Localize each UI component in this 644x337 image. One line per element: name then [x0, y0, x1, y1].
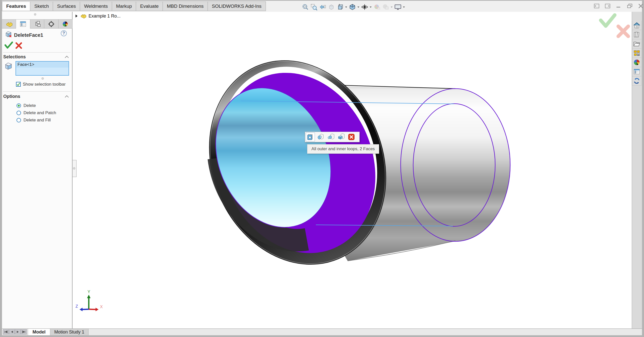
solidworks-resources-icon[interactable] — [632, 76, 641, 86]
panel-splitter-tab[interactable] — [73, 160, 77, 177]
previous-view-icon[interactable] — [319, 3, 327, 11]
part-document-icon — [80, 13, 87, 19]
collapse-pane-right-icon[interactable] — [604, 3, 611, 9]
display-style-dropdown-caret[interactable] — [357, 6, 360, 8]
last-sheet-button[interactable] — [21, 329, 27, 334]
restore-button[interactable] — [626, 3, 633, 9]
reference-triad: Y X Z — [75, 290, 105, 315]
solidworks-window: Features Sketch Surfaces Weldments Marku… — [0, 0, 644, 337]
motion-study-tab[interactable]: Motion Study 1 — [50, 329, 89, 335]
view-palette-icon[interactable] — [632, 49, 641, 58]
window-controls — [593, 3, 644, 9]
confirm-ok-icon[interactable] — [601, 15, 615, 26]
all-outer-and-inner-loops-button[interactable] — [306, 132, 315, 141]
minimize-button[interactable] — [615, 3, 622, 9]
face-selection-listbox[interactable]: Face<1> — [16, 61, 69, 76]
x-axis-arrow — [96, 308, 99, 311]
options-group-header[interactable]: Options — [3, 94, 20, 99]
z-axis-label: Z — [76, 304, 78, 308]
collapse-chevron-icon[interactable] — [65, 55, 69, 58]
confirm-cancel-icon[interactable] — [618, 26, 628, 36]
show-selection-toolbar-label: Show selection toolbar — [23, 82, 66, 87]
tab-sketch[interactable]: Sketch — [30, 2, 53, 11]
collapse-pane-left-icon[interactable] — [593, 3, 600, 9]
feature-title: DeleteFace1 — [14, 32, 43, 38]
cancel-button[interactable] — [15, 42, 23, 49]
home-icon[interactable] — [632, 21, 641, 30]
model-tab[interactable]: Model — [28, 329, 50, 335]
section-view-icon[interactable] — [327, 3, 335, 11]
configuration-manager-icon — [34, 21, 41, 27]
featuremanager-tree-tab[interactable] — [2, 20, 16, 29]
file-explorer-icon[interactable] — [632, 39, 641, 49]
design-library-icon[interactable] — [632, 30, 641, 39]
tab-evaluate[interactable]: Evaluate — [136, 2, 163, 11]
listbox-resize-handle[interactable] — [42, 77, 44, 80]
radio-delete-and-patch[interactable] — [17, 111, 21, 115]
cancel-selection-button[interactable] — [347, 132, 356, 141]
view-orientation-dropdown-caret[interactable] — [345, 6, 348, 8]
apply-scene-dropdown-caret[interactable] — [390, 6, 393, 8]
display-style-icon[interactable] — [348, 3, 356, 11]
view-settings-icon[interactable] — [394, 3, 402, 11]
confirmation-corner — [598, 12, 632, 40]
custom-properties-icon[interactable] — [632, 67, 641, 76]
first-sheet-button[interactable] — [3, 329, 9, 334]
radio-delete[interactable] — [17, 103, 21, 108]
edit-appearance-icon[interactable] — [373, 3, 381, 11]
radio-delete-and-fill[interactable] — [17, 118, 21, 122]
radio-delete-label: Delete — [24, 103, 36, 108]
part-icon — [5, 21, 13, 27]
previous-sheet-button[interactable] — [9, 329, 15, 334]
manager-tab-strip — [2, 19, 73, 29]
tab-markup[interactable]: Markup — [112, 2, 136, 11]
face-selection-icon — [4, 62, 13, 70]
appearances-scenes-icon[interactable] — [632, 58, 641, 67]
show-selection-toolbar-checkbox[interactable] — [16, 82, 21, 87]
collapse-chevron-icon[interactable] — [65, 95, 69, 98]
y-axis-label: Y — [88, 290, 90, 294]
graphics-viewport[interactable]: Example 1 Ro... — [73, 12, 632, 328]
divider — [3, 91, 71, 92]
radio-selected-dot — [18, 105, 20, 107]
hide-show-dropdown-caret[interactable] — [369, 6, 372, 8]
flyout-feature-tree[interactable]: Example 1 Ro... — [75, 13, 121, 19]
zoom-to-fit-icon[interactable] — [301, 3, 309, 11]
panel-splitter-handle[interactable] — [34, 13, 36, 16]
property-manager-panel: DeleteFace1 ? Selections Face<1> Show se… — [2, 12, 73, 328]
expand-arrow-icon[interactable] — [75, 14, 78, 18]
zoom-to-area-icon[interactable] — [310, 3, 318, 11]
tab-surfaces[interactable]: Surfaces — [53, 2, 80, 11]
help-icon[interactable]: ? — [61, 30, 67, 36]
task-pane — [632, 12, 642, 328]
property-manager-icon — [19, 21, 27, 27]
command-manager-tabs: Features Sketch Surfaces Weldments Marku… — [2, 2, 266, 11]
apply-scene-icon[interactable] — [382, 3, 390, 11]
tab-mbd-dimensions[interactable]: MBD Dimensions — [163, 2, 208, 11]
close-button[interactable] — [637, 3, 644, 9]
document-name: Example 1 Ro... — [89, 14, 121, 19]
tab-weldments[interactable]: Weldments — [80, 2, 112, 11]
delete-face-feature-icon — [5, 30, 13, 39]
display-manager-tab[interactable] — [59, 20, 73, 29]
configuration-manager-tab[interactable] — [30, 20, 44, 29]
checkmark-icon — [17, 82, 20, 86]
ok-button[interactable] — [4, 41, 14, 49]
model-canvas[interactable] — [153, 45, 528, 283]
y-axis-arrow — [87, 295, 91, 298]
dimxpert-manager-tab[interactable] — [44, 20, 58, 29]
z-axis-arrow — [80, 308, 83, 311]
property-manager-tab[interactable] — [16, 20, 30, 29]
tab-solidworks-add-ins[interactable]: SOLIDWORKS Add-Ins — [208, 2, 266, 11]
outer-loop-face-button[interactable] — [316, 132, 325, 141]
view-orientation-icon[interactable] — [336, 3, 344, 11]
selections-group-header[interactable]: Selections — [3, 54, 26, 60]
splitter-dot — [73, 167, 75, 170]
next-sheet-button[interactable] — [15, 329, 21, 334]
view-settings-dropdown-caret[interactable] — [403, 6, 405, 8]
hide-show-items-icon[interactable] — [361, 3, 369, 11]
single-face-button[interactable] — [337, 132, 346, 141]
inner-loop-face-button[interactable] — [326, 132, 335, 141]
selected-face-item[interactable]: Face<1> — [16, 62, 69, 68]
tab-features[interactable]: Features — [2, 2, 30, 11]
